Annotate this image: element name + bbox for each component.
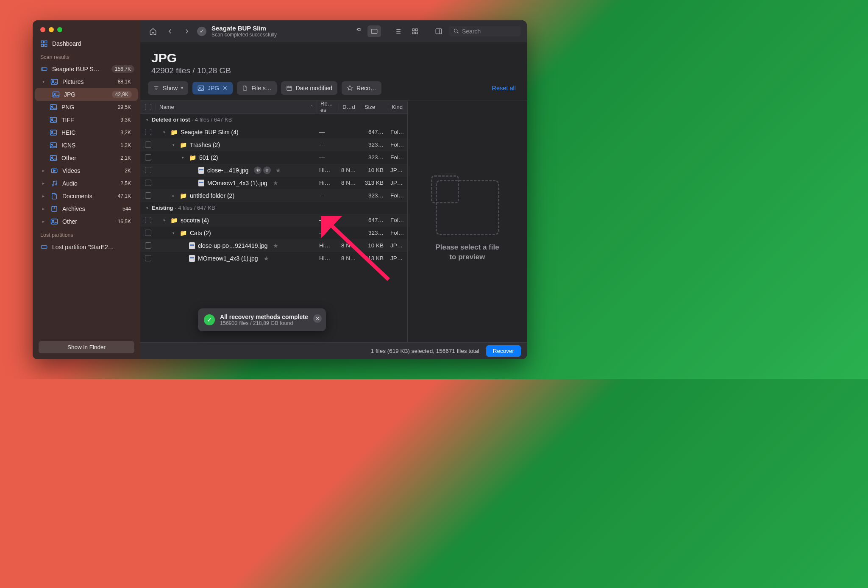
table-row[interactable]: ▾📁 Cats (2) — 323… Fol… xyxy=(140,227,407,239)
view-large-icons-button[interactable] xyxy=(351,25,364,37)
folder-icon: 📁 xyxy=(189,154,196,161)
sidebar-lost-partition-item[interactable]: Lost partition "StarE2… xyxy=(33,241,140,253)
filter-row: Show ▾ JPG ✕ File s… Date modified Reco…… xyxy=(140,81,527,100)
table-row[interactable]: ▸📁 untitled folder (2) — 323… Fol… xyxy=(140,189,407,202)
close-window-button[interactable] xyxy=(40,27,45,32)
row-checkbox[interactable] xyxy=(145,230,151,236)
back-button[interactable] xyxy=(163,25,177,37)
forward-button[interactable] xyxy=(180,25,194,37)
row-checkbox[interactable] xyxy=(145,141,151,148)
sidebar-item-jpg[interactable]: JPG 42,9K xyxy=(35,88,138,101)
view-list-button[interactable] xyxy=(391,25,405,37)
sidebar-item-icns[interactable]: ICNS 1,2K xyxy=(33,139,140,152)
star-icon[interactable]: ★ xyxy=(264,255,269,262)
row-date: 8 N… xyxy=(339,167,361,173)
preview-placeholder-icon xyxy=(436,180,499,235)
filter-show-button[interactable]: Show ▾ xyxy=(148,81,188,95)
file-icon xyxy=(189,255,195,262)
table-row[interactable]: close-up-po…9214419.jpg★ Hi… 8 N… 10 KB … xyxy=(140,239,407,252)
sidebar-item-other[interactable]: ▸ Other 16,5K xyxy=(33,215,140,228)
hex-icon[interactable]: # xyxy=(263,166,271,174)
select-all-checkbox[interactable] xyxy=(145,104,151,110)
maximize-window-button[interactable] xyxy=(57,27,62,32)
col-size[interactable]: Size xyxy=(361,104,388,110)
view-columns-button[interactable] xyxy=(367,25,381,37)
search-field[interactable]: Search xyxy=(449,26,521,36)
svg-rect-14 xyxy=(50,130,57,135)
sidebar-item-tiff[interactable]: TIFF 9,3K xyxy=(33,114,140,126)
star-icon[interactable]: ★ xyxy=(273,180,278,186)
svg-rect-10 xyxy=(50,105,57,110)
table-row[interactable]: ▾📁 Seagate BUP Slim (4) — 647… Fol… xyxy=(140,126,407,139)
svg-rect-0 xyxy=(41,41,43,43)
recover-button[interactable]: Recover xyxy=(486,345,521,357)
filter-chances-button[interactable]: Reco… xyxy=(342,81,381,95)
svg-point-35 xyxy=(199,87,200,88)
row-checkbox[interactable] xyxy=(145,129,151,135)
svg-rect-34 xyxy=(198,86,203,90)
group-header[interactable]: ▾ Deleted or lost - 4 files / 647 KB xyxy=(140,114,407,126)
sidebar-item-audio[interactable]: ▸ Audio 2,5K xyxy=(33,177,140,190)
sidebar-item-other[interactable]: Other 2,1K xyxy=(33,152,140,164)
table-row[interactable]: ▾📁 socotra (4) — 647… Fol… xyxy=(140,214,407,227)
row-checkbox[interactable] xyxy=(145,242,151,249)
row-name: Seagate BUP Slim (4) xyxy=(181,129,239,136)
row-chances: Hi… xyxy=(317,167,339,173)
row-checkbox[interactable] xyxy=(145,167,151,173)
sidebar-item-archives[interactable]: ▸ Archives 544 xyxy=(33,202,140,215)
star-icon[interactable]: ★ xyxy=(273,242,278,249)
row-size: 313 KB xyxy=(361,255,388,261)
home-button[interactable] xyxy=(146,25,160,37)
filter-type-chip[interactable]: JPG ✕ xyxy=(192,82,233,94)
table-row[interactable]: ▾📁 Trashes (2) — 323… Fol… xyxy=(140,139,407,151)
show-in-finder-button[interactable]: Show in Finder xyxy=(39,341,134,353)
chevron-icon: ▾ xyxy=(172,231,177,235)
reset-filters-button[interactable]: Reset all xyxy=(492,85,519,92)
chevron-icon: ▸ xyxy=(40,168,46,173)
sidebar-dashboard[interactable]: Dashboard xyxy=(33,32,140,50)
table-row[interactable]: close-…419.jpg 👁 # ★ Hi… 8 N… 10 KB JP… xyxy=(140,164,407,177)
row-size: 323… xyxy=(361,230,388,236)
row-name: socotra (4) xyxy=(181,217,209,224)
row-checkbox[interactable] xyxy=(145,217,151,223)
row-kind: Fol… xyxy=(388,217,407,223)
window-controls xyxy=(33,20,140,32)
sidebar-item-png[interactable]: PNG 29,5K xyxy=(33,101,140,114)
group-header[interactable]: ▾ Existing - 4 files / 647 KB xyxy=(140,202,407,214)
col-chances[interactable]: Re…es xyxy=(317,100,339,113)
view-grid-button[interactable] xyxy=(408,25,422,37)
chevron-icon: ▾ xyxy=(163,218,167,222)
toast-close-button[interactable]: ✕ xyxy=(313,314,322,323)
toast-title: All recovery methods complete xyxy=(220,313,308,320)
row-checkbox[interactable] xyxy=(145,180,151,186)
filter-chances-label: Reco… xyxy=(356,85,376,92)
row-checkbox[interactable] xyxy=(145,255,151,261)
toggle-preview-button[interactable] xyxy=(432,25,445,37)
sidebar-item-pictures[interactable]: ▾ Pictures 88,1K xyxy=(33,75,140,88)
folder-icon: 📁 xyxy=(180,230,187,236)
filter-size-button[interactable]: File s… xyxy=(237,81,276,95)
table-row[interactable]: MOmeow1_4x3 (1).jpg★ Hi… 8 N… 313 KB JP… xyxy=(140,177,407,189)
chevron-icon: ▸ xyxy=(40,194,46,198)
chevron-icon: ▸ xyxy=(40,219,46,224)
minimize-window-button[interactable] xyxy=(49,27,54,32)
svg-point-19 xyxy=(52,157,53,158)
table-row[interactable]: MOmeow1_4x3 (1).jpg★ Hi… 8 N… 313 KB JP… xyxy=(140,252,407,265)
sidebar-item-videos[interactable]: ▸ Videos 2K xyxy=(33,164,140,177)
clear-filter-icon[interactable]: ✕ xyxy=(223,85,228,92)
sidebar-item-heic[interactable]: HEIC 3,2K xyxy=(33,126,140,139)
sidebar-source-disk[interactable]: Seagate BUP S… 156,7K xyxy=(33,63,140,75)
row-name: Trashes (2) xyxy=(190,141,220,148)
col-name[interactable]: Name ⌃ xyxy=(156,104,317,110)
sidebar-item-documents[interactable]: ▸ Documents 47,1K xyxy=(33,190,140,202)
star-icon[interactable]: ★ xyxy=(275,167,281,174)
preview-icon[interactable]: 👁 xyxy=(254,166,262,174)
col-kind[interactable]: Kind xyxy=(388,104,407,110)
svg-rect-12 xyxy=(50,117,57,122)
col-date[interactable]: D…d xyxy=(339,104,361,110)
filter-date-button[interactable]: Date modified xyxy=(281,81,337,95)
row-checkbox[interactable] xyxy=(145,154,151,161)
row-checkbox[interactable] xyxy=(145,192,151,199)
svg-rect-27 xyxy=(371,29,377,33)
table-row[interactable]: ▾📁 501 (2) — 323… Fol… xyxy=(140,151,407,164)
